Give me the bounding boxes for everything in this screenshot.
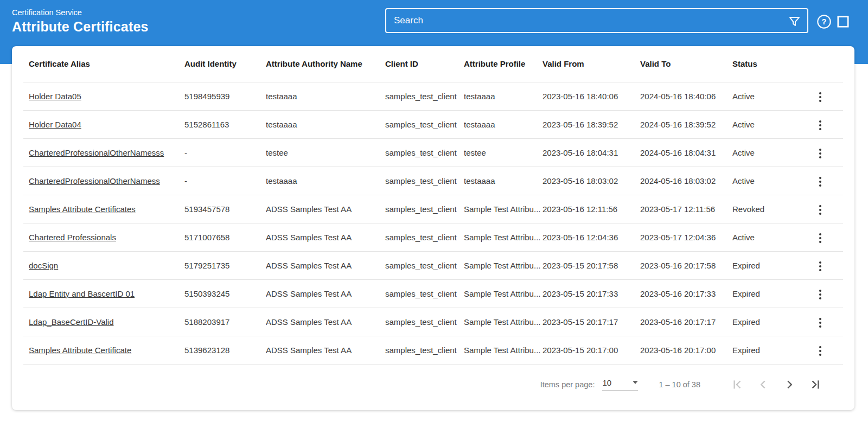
window-icon[interactable]	[836, 15, 850, 29]
search-box	[385, 8, 808, 33]
svg-text:?: ?	[822, 17, 827, 26]
client-id-cell: samples_test_client	[385, 195, 464, 223]
row-actions-menu-icon[interactable]	[814, 315, 827, 331]
content-card: Certificate Alias Audit Identity Attribu…	[12, 46, 854, 410]
row-actions-menu-icon[interactable]	[814, 174, 827, 190]
page-title: Attribute Certificates	[12, 18, 149, 35]
certificate-alias-link[interactable]: Samples Attribute Certificates	[29, 204, 136, 214]
page-size-select[interactable]: 10	[602, 378, 638, 391]
certificate-alias-link[interactable]: Samples Attribute Certificate	[29, 346, 131, 355]
certificate-alias-cell: Samples Attribute Certificates	[23, 195, 184, 223]
certificate-alias-link[interactable]: docSign	[29, 261, 58, 270]
next-page-button[interactable]	[778, 374, 800, 395]
table-row: Samples Attribute Certificate 5139623128…	[23, 336, 843, 364]
attribute-authority-cell: testaaaa	[266, 82, 385, 110]
column-header-valid-to: Valid To	[640, 46, 732, 82]
audit-identity-cell: 5152861163	[184, 110, 266, 138]
status-cell: Active	[732, 82, 797, 110]
certificate-alias-link[interactable]: Holder Data05	[29, 92, 81, 101]
attribute-authority-cell: testaaaa	[266, 167, 385, 195]
attribute-profile-cell: testaaaa	[464, 167, 542, 195]
table-row: CharteredProfessionalOtherNamesss - test…	[23, 138, 843, 167]
certificate-alias-link[interactable]: Chartered Professionals	[29, 233, 116, 242]
valid-from-cell: 2023-05-15 20:17:00	[542, 336, 640, 364]
valid-from-cell: 2023-05-16 18:39:52	[542, 110, 640, 138]
certificate-alias-cell: Ldap Entity and BascertID 01	[23, 279, 184, 308]
column-header-attribute-profile: Attribute Profile	[464, 46, 542, 82]
table-row: Ldap Entity and BascertID 01 5150393245 …	[23, 279, 843, 308]
attribute-authority-cell: ADSS Samples Test AA	[266, 195, 385, 223]
valid-from-cell: 2023-05-16 12:11:56	[542, 195, 640, 223]
row-actions-menu-icon[interactable]	[814, 286, 827, 303]
certificate-alias-link[interactable]: Ldap Entity and BascertID 01	[29, 289, 135, 298]
certificate-alias-link[interactable]: CharteredProfessionalOtherNamess	[29, 176, 160, 186]
certificate-alias-cell: Samples Attribute Certificate	[23, 336, 184, 364]
client-id-cell: samples_test_client	[385, 138, 464, 167]
row-actions-menu-icon[interactable]	[814, 202, 827, 218]
valid-from-cell: 2023-05-16 18:40:06	[542, 82, 640, 110]
row-actions-menu-icon[interactable]	[814, 145, 827, 162]
valid-to-cell: 2023-05-16 20:17:17	[640, 308, 732, 336]
attribute-profile-cell: testee	[464, 138, 542, 167]
filter-icon[interactable]	[787, 14, 802, 29]
column-header-status: Status	[732, 46, 797, 82]
row-actions-cell	[797, 336, 843, 364]
caret-down-icon	[633, 381, 638, 384]
row-actions-menu-icon[interactable]	[814, 230, 827, 246]
row-actions-cell	[797, 279, 843, 308]
table-row: Holder Data04 5152861163 testaaaa sample…	[23, 110, 843, 138]
valid-from-cell: 2023-05-16 12:04:36	[542, 223, 640, 251]
attribute-profile-cell: Sample Test Attribu...	[464, 336, 542, 364]
certificate-alias-cell: Ldap_BaseCertID-Valid	[23, 308, 184, 336]
page-range-label: 1 – 10 of 38	[659, 380, 700, 389]
row-actions-cell	[797, 223, 843, 251]
row-actions-menu-icon[interactable]	[814, 343, 827, 359]
previous-page-button[interactable]	[752, 374, 774, 395]
help-icon[interactable]: ?	[816, 14, 832, 29]
row-actions-menu-icon[interactable]	[814, 258, 827, 274]
certificates-table: Certificate Alias Audit Identity Attribu…	[23, 46, 843, 365]
table-header-row: Certificate Alias Audit Identity Attribu…	[23, 46, 843, 82]
column-header-certificate-alias: Certificate Alias	[23, 46, 184, 82]
attribute-profile-cell: Sample Test Attribu...	[464, 308, 542, 336]
certificate-alias-link[interactable]: Holder Data04	[29, 120, 81, 129]
valid-to-cell: 2023-05-17 12:11:56	[640, 195, 732, 223]
row-actions-menu-icon[interactable]	[814, 117, 827, 133]
service-name: Certification Service	[12, 7, 149, 18]
status-cell: Expired	[732, 251, 797, 279]
valid-to-cell: 2023-05-16 20:17:00	[640, 336, 732, 364]
audit-identity-cell: 5188203917	[184, 308, 266, 336]
valid-to-cell: 2024-05-16 18:40:06	[640, 82, 732, 110]
client-id-cell: samples_test_client	[385, 223, 464, 251]
certificate-alias-link[interactable]: Ldap_BaseCertID-Valid	[29, 317, 113, 327]
column-header-audit-identity: Audit Identity	[184, 46, 266, 82]
attribute-authority-cell: testee	[266, 138, 385, 167]
certificate-alias-link[interactable]: CharteredProfessionalOtherNamesss	[29, 148, 164, 157]
valid-from-cell: 2023-05-15 20:17:58	[542, 251, 640, 279]
certificate-alias-cell: CharteredProfessionalOtherNamesss	[23, 138, 184, 167]
certificate-alias-cell: CharteredProfessionalOtherNamess	[23, 167, 184, 195]
table-row: Holder Data05 5198495939 testaaaa sample…	[23, 82, 843, 110]
audit-identity-cell: -	[184, 138, 266, 167]
valid-from-cell: 2023-05-15 20:17:17	[542, 308, 640, 336]
valid-from-cell: 2023-05-15 20:17:33	[542, 279, 640, 308]
status-cell: Expired	[732, 279, 797, 308]
certificate-alias-cell: Holder Data04	[23, 110, 184, 138]
valid-to-cell: 2023-05-17 12:04:36	[640, 223, 732, 251]
first-page-button[interactable]	[726, 374, 748, 395]
row-actions-menu-icon[interactable]	[814, 89, 827, 105]
row-actions-cell	[797, 82, 843, 110]
client-id-cell: samples_test_client	[385, 167, 464, 195]
valid-from-cell: 2023-05-16 18:04:31	[542, 138, 640, 167]
attribute-profile-cell: Sample Test Attribu...	[464, 223, 542, 251]
table-row: CharteredProfessionalOtherNamess - testa…	[23, 167, 843, 195]
status-cell: Expired	[732, 336, 797, 364]
row-actions-cell	[797, 110, 843, 138]
audit-identity-cell: 5150393245	[184, 279, 266, 308]
last-page-button[interactable]	[805, 374, 826, 395]
pagination-controls	[726, 374, 826, 395]
status-cell: Active	[732, 138, 797, 167]
status-cell: Revoked	[732, 195, 797, 223]
search-input[interactable]	[386, 9, 807, 32]
table-row: docSign 5179251735 ADSS Samples Test AA …	[23, 251, 843, 279]
